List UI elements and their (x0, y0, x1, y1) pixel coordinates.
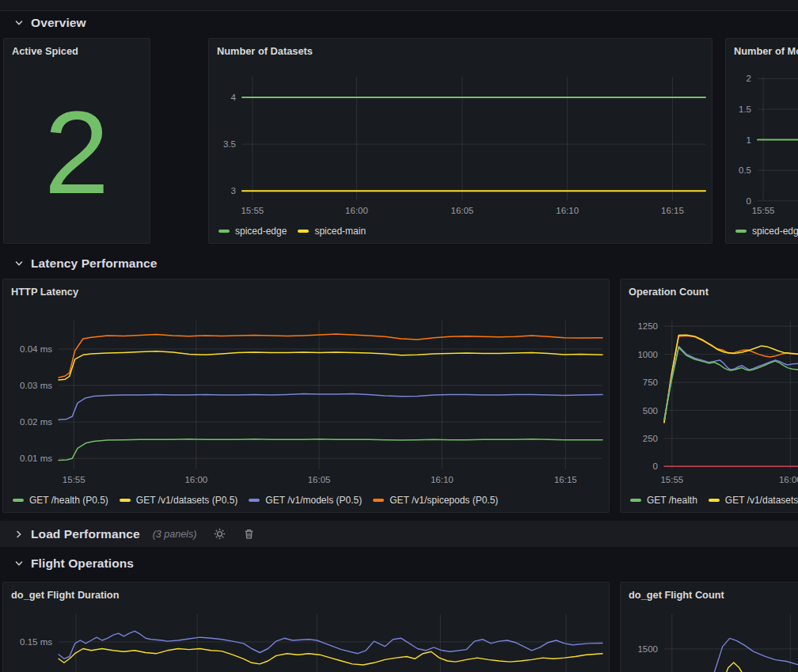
x-tick-label: 15:55 (63, 475, 86, 484)
panel-title-operation-count[interactable]: Operation Count (621, 279, 798, 303)
legend-swatch (218, 230, 230, 233)
series-GET /v1/datasets (664, 335, 798, 422)
x-tick-label: 15:55 (752, 206, 775, 215)
chart-http-latency[interactable]: 15:5516:0016:0516:1016:150.01 ms0.02 ms0… (3, 309, 609, 490)
panel-number-of-models: Number of Models 15:5516:0016:0516:1000.… (725, 38, 798, 244)
panel-number-of-datasets: Number of Datasets 15:5516:0016:0516:101… (208, 38, 712, 244)
series-GET /health (664, 347, 798, 420)
legend-swatch (13, 499, 24, 502)
chevron-down-icon[interactable] (14, 259, 24, 268)
chart-canvas: 15:5516:0016:0516:1016:150.01 ms0.02 ms0… (3, 309, 609, 490)
chevron-down-icon[interactable] (14, 18, 24, 28)
chart-canvas: 15:5516:0016:0516:1016:1533.54 (209, 63, 712, 221)
legend-item[interactable]: spiced-main (298, 226, 366, 237)
section-row-load-performance[interactable]: Load Performance (3 panels) (0, 521, 798, 547)
legend-item[interactable]: spiced-edge (218, 226, 287, 237)
y-tick-label: 0.02 ms (20, 417, 52, 427)
legend-swatch (298, 230, 309, 233)
x-tick-label: 16:00 (345, 206, 368, 215)
x-tick-label: 16:05 (450, 206, 473, 215)
series-GET /v1/spicepods (P0.5) (59, 334, 602, 378)
series-GET /v1/models (664, 347, 798, 420)
legend-swatch (249, 499, 260, 502)
y-tick-label: 0.01 ms (20, 454, 52, 463)
legend-item[interactable]: GET /health (P0.5) (13, 495, 108, 506)
chart-flight-count[interactable]: 15:5516:0016:0516:1016:151500 (621, 608, 798, 672)
y-tick-label: 3.5 (223, 139, 236, 149)
y-tick-label: 1500 (637, 644, 658, 654)
section-row-flight-operations[interactable]: Flight Operations (0, 552, 798, 575)
legend-item[interactable]: spiced-edge (735, 226, 798, 237)
legend-item[interactable]: GET /v1/models (P0.5) (249, 495, 362, 506)
legend-swatch (735, 230, 747, 233)
x-tick-label: 16:00 (779, 475, 798, 484)
y-tick-label: 2 (747, 74, 751, 83)
panel-title-http-latency[interactable]: HTTP Latency (3, 279, 609, 303)
legend-label: GET /health (P0.5) (29, 495, 108, 506)
y-tick-label: 1.5 (739, 104, 751, 114)
section-row-overview[interactable]: Overview (0, 11, 798, 35)
chevron-right-icon[interactable] (14, 530, 24, 539)
trash-icon[interactable] (243, 528, 255, 540)
chart-number-of-datasets[interactable]: 15:5516:0016:0516:1016:1533.54 (209, 63, 712, 221)
chevron-down-icon[interactable] (14, 559, 24, 568)
x-tick-label: 16:15 (661, 206, 684, 215)
series-GET /health (P0.5) (59, 439, 602, 461)
x-tick-label: 16:10 (556, 206, 579, 215)
legend-label: GET /v1/models (P0.5) (265, 495, 362, 506)
legend-label: spiced-edge (752, 226, 798, 237)
chart-flight-duration[interactable]: 15:5516:0016:0516:1016:150.15 ms (3, 608, 609, 672)
series-GET /v1/spicepods (664, 336, 798, 423)
legend-operation-count: GET /healthGET /v1/datasetsGET /v1/model… (621, 488, 798, 512)
x-tick-label: 16:00 (184, 475, 207, 484)
series-GET /v1/models (P0.5) (59, 394, 602, 420)
top-bar (0, 0, 798, 11)
chart-canvas: 15:5516:0016:0516:1016:150.15 ms (3, 608, 609, 672)
y-tick-label: 3 (231, 186, 236, 196)
panel-title-active-spiced[interactable]: Active Spiced (4, 39, 150, 63)
panel-title-flight-duration[interactable]: do_get Flight Duration (3, 583, 609, 606)
y-tick-label: 750 (643, 378, 658, 387)
chart-number-of-models[interactable]: 15:5516:0016:0516:1000.511.52 (726, 63, 798, 221)
legend-number-of-models: spiced-edge (726, 219, 798, 243)
x-tick-label: 16:10 (431, 475, 454, 484)
legend-item[interactable]: GET /v1/datasets (P0.5) (120, 495, 238, 506)
y-tick-label: 0 (747, 196, 751, 206)
series-yellow (59, 649, 602, 666)
section-label-load-performance: Load Performance (31, 527, 140, 541)
legend-http-latency: GET /health (P0.5)GET /v1/datasets (P0.5… (3, 488, 609, 512)
legend-number-of-datasets: spiced-edgespiced-main (209, 219, 712, 243)
grafana-dashboard: Overview Active Spiced 2 Number of Datas… (0, 0, 798, 672)
legend-swatch (373, 499, 384, 502)
legend-label: GET /health (647, 495, 697, 506)
y-tick-label: 500 (643, 406, 658, 416)
legend-label: spiced-main (314, 226, 366, 237)
chart-canvas: 15:5516:0016:0516:1016:151500 (621, 608, 798, 672)
y-tick-label: 1000 (637, 350, 658, 359)
panel-do-get-flight-duration: do_get Flight Duration 15:5516:0016:0516… (2, 582, 610, 672)
x-tick-label: 15:55 (660, 475, 683, 484)
panel-title-number-of-datasets[interactable]: Number of Datasets (209, 39, 712, 63)
legend-swatch (630, 499, 641, 502)
panel-active-spiced: Active Spiced 2 (3, 38, 150, 244)
chart-canvas: 15:5516:0016:0516:1016:15025050075010001… (621, 309, 798, 490)
legend-label: spiced-edge (235, 226, 287, 237)
panels-count-note: (3 panels) (153, 529, 197, 540)
legend-item[interactable]: GET /health (630, 495, 697, 506)
legend-swatch (120, 499, 131, 502)
y-tick-label: 0.03 ms (20, 381, 52, 390)
legend-item[interactable]: GET /v1/spicepods (P0.5) (373, 495, 498, 506)
panel-do-get-flight-count: do_get Flight Count 15:5516:0016:0516:10… (620, 582, 798, 672)
legend-item[interactable]: GET /v1/datasets (709, 495, 798, 506)
x-tick-label: 15:55 (241, 206, 264, 215)
gear-icon[interactable] (214, 528, 226, 540)
chart-operation-count[interactable]: 15:5516:0016:0516:1016:15025050075010001… (621, 309, 798, 490)
y-tick-label: 1 (747, 135, 751, 145)
y-tick-label: 0.15 ms (20, 637, 52, 647)
panel-title-flight-count[interactable]: do_get Flight Count (621, 583, 798, 606)
section-row-latency-performance[interactable]: Latency Performance (0, 252, 798, 275)
x-tick-label: 16:05 (308, 475, 331, 484)
y-tick-label: 4 (231, 93, 237, 102)
y-tick-label: 0 (653, 461, 658, 471)
panel-title-number-of-models[interactable]: Number of Models (726, 39, 798, 63)
